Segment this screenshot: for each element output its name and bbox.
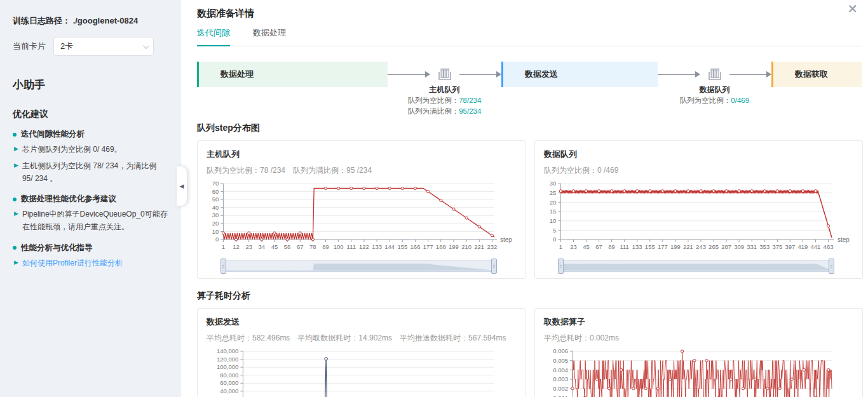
section-title-queue-step: 队列step分布图: [197, 123, 862, 134]
svg-text:12: 12: [233, 243, 240, 250]
sidebar-panel: 训练日志路径： ./googlenet-0824 当前卡片 2卡 小助手 优化建…: [0, 0, 181, 397]
datazoom-mini-chart: [224, 262, 494, 271]
chart-canvas[interactable]: 020,00040,00060,00080,000100,000120,0001…: [207, 347, 516, 397]
close-icon[interactable]: ✕: [847, 3, 858, 15]
queue-name: 数据队列: [642, 84, 788, 95]
chart-canvas[interactable]: 0510152025301234567891111331551771992212…: [544, 180, 853, 253]
card-title: 主机队列: [207, 149, 516, 160]
svg-text:5: 5: [553, 227, 556, 234]
datazoom-slider[interactable]: [560, 260, 832, 272]
svg-text:419: 419: [797, 243, 808, 250]
train-log-path-label: 训练日志路径：: [13, 16, 71, 25]
svg-text:10: 10: [550, 217, 557, 224]
svg-text:166: 166: [410, 243, 421, 250]
svg-text:56: 56: [284, 243, 291, 250]
svg-text:1: 1: [222, 243, 225, 250]
svg-text:177: 177: [658, 243, 668, 250]
suggestion-item: ▶芯片侧队列为空比例 0/ 469。: [14, 144, 168, 156]
svg-text:287: 287: [721, 243, 731, 250]
data-flow-diagram: 数据处理 主机队列 队列为空比例：78/234 队列为满比例：95/234: [197, 62, 862, 87]
suggestions-title: 优化建议: [13, 109, 168, 120]
svg-text:67: 67: [595, 243, 602, 250]
chart-canvas[interactable]: 00.0010.0020.0030.0040.0050.006123456789…: [544, 347, 853, 397]
svg-text:0.001: 0.001: [553, 394, 568, 397]
datazoom-slider[interactable]: [223, 260, 494, 272]
svg-text:100,000: 100,000: [217, 363, 238, 370]
svg-text:375: 375: [772, 243, 782, 250]
svg-text:0.004: 0.004: [553, 367, 568, 373]
svg-text:0.002: 0.002: [553, 385, 568, 392]
triangle-bullet-icon: ▶: [14, 144, 18, 156]
train-log-path-value: ./googlenet-0824: [73, 16, 139, 25]
fetch-op-chart-card: 取数据算子 平均总耗时：0.002ms 00.0010.0020.0030.00…: [534, 308, 863, 397]
datazoom-handle-right[interactable]: [829, 259, 834, 274]
data-send-chart[interactable]: 020,00040,00060,00080,000100,000120,0001…: [207, 347, 516, 397]
collapse-arrow-icon: ◀: [180, 183, 184, 189]
svg-text:133: 133: [372, 243, 382, 250]
flow-connector: 主机队列 队列为空比例：78/234 队列为满比例：95/234: [388, 67, 501, 81]
svg-text:70: 70: [212, 180, 219, 187]
svg-text:1: 1: [559, 243, 562, 250]
svg-text:30: 30: [550, 180, 557, 187]
card-stats: 平均总耗时：582.496ms 平均取数据耗时：14.902ms 平均推送数据耗…: [207, 333, 516, 344]
host-queue-chart-card: 主机队列 队列为空比例：78 /234 队列为满比例：95 /234 01020…: [197, 140, 526, 279]
queue-name: 主机队列: [372, 84, 518, 95]
sidebar-collapse-handle[interactable]: ◀: [177, 166, 187, 206]
flow-arrow-icon: [496, 71, 501, 77]
card-title: 取数据算子: [544, 316, 853, 328]
svg-text:89: 89: [322, 243, 329, 250]
svg-text:221: 221: [683, 243, 693, 250]
tab-data-processing[interactable]: 数据处理: [253, 27, 286, 46]
svg-text:30: 30: [212, 212, 219, 219]
svg-text:232: 232: [487, 243, 497, 250]
svg-text:67: 67: [297, 243, 304, 250]
card-title: 数据队列: [544, 149, 853, 160]
card-select-value: 2卡: [60, 41, 73, 51]
data-send-chart-card: 数据发送 平均总耗时：582.496ms 平均取数据耗时：14.902ms 平均…: [197, 308, 526, 397]
suggestion-item: ▶Pipeline中的算子DeviceQueueOp_0可能存在性能瓶颈，请用户…: [14, 208, 168, 234]
bullet-dot-icon: [13, 198, 17, 201]
datazoom-handle-left[interactable]: [558, 259, 564, 274]
svg-text:199: 199: [670, 243, 681, 250]
flow-stage-data-processing: 数据处理: [197, 62, 388, 87]
suggestion-group-title: 数据处理性能优化参考建议: [21, 194, 116, 205]
svg-text:20: 20: [212, 220, 219, 227]
datazoom-handle-left[interactable]: [220, 259, 226, 274]
chevron-down-icon: [143, 43, 149, 49]
chart-canvas[interactable]: 0102030405060701122334455667788910011112…: [207, 180, 516, 253]
datazoom-handle-right[interactable]: [491, 259, 497, 274]
svg-text:60: 60: [212, 188, 219, 195]
flow-arrow-icon: [766, 71, 771, 77]
svg-text:0: 0: [215, 236, 219, 243]
flow-line: [729, 74, 767, 75]
suggestion-group-title: 迭代间隙性能分析: [21, 129, 85, 140]
triangle-bullet-icon: ▶: [14, 257, 18, 270]
suggestion-item: ▶主机侧队列为空比例 78/ 234，为满比例 95/ 234 。: [14, 160, 168, 185]
svg-text:15: 15: [550, 208, 557, 215]
svg-text:188: 188: [436, 243, 446, 250]
svg-text:155: 155: [397, 243, 407, 250]
flow-arrow-icon: [425, 71, 430, 77]
flow-stage-data-send: 数据发送: [501, 62, 658, 87]
svg-text:397: 397: [785, 243, 795, 250]
flow-stage-data-fetch: 数据获取: [771, 62, 862, 87]
svg-text:10: 10: [212, 228, 219, 235]
data-queue-chart[interactable]: 0510152025301234567891111331551771992212…: [544, 180, 853, 272]
svg-text:step: step: [837, 236, 850, 243]
fetch-op-chart[interactable]: 00.0010.0020.0030.0040.0050.006123456789…: [544, 347, 853, 397]
svg-text:50: 50: [212, 196, 219, 203]
card-select-dropdown[interactable]: 2卡: [53, 37, 154, 56]
svg-text:463: 463: [824, 243, 834, 250]
profiler-help-link[interactable]: ▶如何使用Profiler进行性能分析: [14, 257, 168, 270]
svg-text:111: 111: [347, 243, 356, 250]
svg-text:265: 265: [709, 243, 719, 250]
svg-text:155: 155: [645, 243, 655, 250]
svg-text:441: 441: [811, 243, 821, 250]
suggestion-group: 性能分析与优化指导 ▶如何使用Profiler进行性能分析: [13, 243, 168, 270]
tab-iteration-gap[interactable]: 迭代间隙: [197, 27, 230, 46]
svg-text:199: 199: [449, 243, 459, 250]
card-select-label: 当前卡片: [13, 41, 46, 52]
flow-line: [658, 74, 695, 75]
host-queue-chart[interactable]: 0102030405060701122334455667788910011112…: [207, 180, 516, 272]
svg-text:144: 144: [384, 243, 395, 250]
